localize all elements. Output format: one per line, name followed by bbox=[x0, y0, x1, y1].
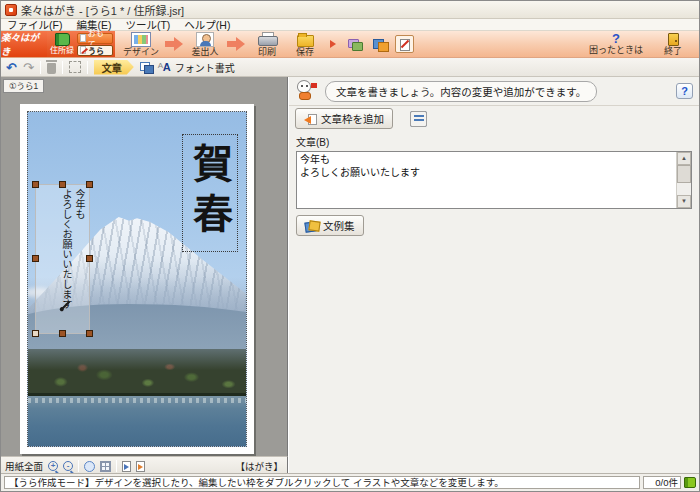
paper-type-label: 【はがき】 bbox=[235, 459, 283, 473]
text-edit-button[interactable] bbox=[395, 35, 414, 53]
textarea-scrollbar[interactable]: ▲ ▼ bbox=[676, 152, 691, 208]
save-button[interactable]: 保存 bbox=[289, 32, 321, 57]
toolbar-right-group: ? 困ったときは 終了 bbox=[589, 31, 699, 57]
zoom-in-icon[interactable]: + bbox=[48, 461, 58, 471]
scroll-up-icon[interactable]: ▲ bbox=[677, 152, 691, 165]
background-photo-frame[interactable]: 賀春 今年も よろしくお願いいたします bbox=[27, 111, 247, 447]
illustration-button[interactable] bbox=[370, 35, 389, 53]
sender-button[interactable]: 差出人 bbox=[189, 32, 221, 57]
expand-arrow-icon bbox=[330, 40, 336, 48]
mode-block: 住所録 おもて うら bbox=[47, 31, 115, 57]
address-book-button[interactable]: 住所録 bbox=[49, 33, 75, 55]
add-frame-icon bbox=[304, 113, 317, 125]
separator bbox=[116, 460, 117, 472]
design-variation-button[interactable] bbox=[345, 35, 364, 53]
writing-direction-toggle bbox=[410, 111, 427, 127]
separator bbox=[62, 61, 63, 74]
message-text-frame-selected[interactable]: 今年も よろしくお願いいたします bbox=[35, 184, 90, 334]
flow-arrow-icon bbox=[227, 39, 245, 49]
design-button[interactable]: デザイン bbox=[123, 32, 159, 57]
grid-icon[interactable] bbox=[100, 461, 111, 472]
menu-tools[interactable]: ツール(T) bbox=[125, 17, 170, 32]
resize-handle[interactable] bbox=[86, 181, 93, 188]
zoom-out-icon[interactable]: - bbox=[63, 461, 73, 471]
resize-handle[interactable] bbox=[86, 255, 93, 262]
panel-help-button[interactable]: ? bbox=[676, 83, 693, 99]
side-switch: おもて うら bbox=[77, 33, 113, 56]
add-text-frame-button[interactable]: 文章枠を追加 bbox=[295, 108, 393, 129]
trouble-help-label: 困ったときは bbox=[589, 46, 643, 55]
fit-page-button[interactable]: 用紙全面 bbox=[5, 459, 43, 473]
save-folder-icon bbox=[297, 35, 314, 47]
design-variation-icon bbox=[348, 39, 361, 50]
back-side-button[interactable]: うら bbox=[77, 45, 113, 56]
phrase-examples-button[interactable]: 文例集 bbox=[296, 215, 364, 236]
delete-icon[interactable] bbox=[47, 63, 56, 74]
resize-handle[interactable] bbox=[32, 255, 39, 262]
frame-order-icon[interactable] bbox=[140, 62, 152, 73]
examples-row: 文例集 bbox=[289, 209, 699, 242]
font-format-icon bbox=[158, 61, 172, 74]
menu-help[interactable]: ヘルプ(H) bbox=[184, 17, 230, 32]
text-mode-button[interactable]: 文章 bbox=[94, 60, 134, 75]
mascot-flag bbox=[311, 83, 317, 88]
exit-button[interactable]: 終了 bbox=[657, 33, 689, 56]
next-page-icon[interactable] bbox=[136, 461, 145, 472]
font-format-button[interactable]: フォント書式 bbox=[158, 60, 235, 75]
guidance-bubble: 文章を書きましょう。内容の変更や追加ができます。 bbox=[325, 81, 597, 102]
text-edit-panel: 文章を書きましょう。内容の変更や追加ができます。 ? 文章枠を追加 文章(B) … bbox=[288, 77, 699, 473]
resize-handle[interactable] bbox=[32, 330, 39, 337]
exit-door-icon bbox=[668, 33, 679, 46]
panel-header: 文章を書きましょう。内容の変更や追加ができます。 ? bbox=[289, 77, 699, 106]
flow-arrow-icon bbox=[165, 39, 183, 49]
back-side-label: うら bbox=[88, 45, 104, 56]
address-book-icon bbox=[55, 33, 70, 46]
horizontal-text-toggle[interactable] bbox=[410, 111, 427, 127]
mascot-body bbox=[299, 92, 311, 100]
status-message: 【うら作成モード】デザインを選択したり、編集したい枠をダブルクリックして イラス… bbox=[4, 476, 640, 489]
save-label: 保存 bbox=[296, 48, 314, 57]
mascot-icon bbox=[295, 79, 319, 103]
design-icon bbox=[131, 32, 151, 47]
text-field-label: 文章(B) bbox=[296, 134, 692, 149]
main-toolbar: 楽々はがき 住所録 おもて うら デザイン bbox=[1, 31, 699, 58]
text-field-wrap: 今年も よろしくお願いいたします ▲ ▼ bbox=[296, 151, 692, 209]
phrase-examples-label: 文例集 bbox=[323, 218, 355, 233]
horizontal-text-icon bbox=[414, 115, 424, 123]
status-bar: 【うら作成モード】デザインを選択したり、編集したい枠をダブルクリックして イラス… bbox=[1, 473, 699, 491]
question-icon: ? bbox=[612, 33, 620, 45]
resize-handle[interactable] bbox=[86, 330, 93, 337]
back-sheet-icon bbox=[80, 46, 86, 54]
printer-icon bbox=[258, 32, 276, 47]
message-text-input[interactable]: 今年も よろしくお願いいたします bbox=[297, 152, 676, 208]
forest-band bbox=[28, 349, 246, 396]
print-label: 印刷 bbox=[258, 48, 276, 57]
loupe-icon[interactable] bbox=[84, 461, 95, 472]
prev-page-icon[interactable] bbox=[122, 461, 131, 472]
illustration-icon bbox=[373, 39, 386, 50]
select-frame-icon[interactable] bbox=[69, 61, 81, 73]
postcard-canvas: ①うら1 賀春 今年も よろしくお願いいたします bbox=[1, 77, 288, 456]
print-button[interactable]: 印刷 bbox=[251, 32, 283, 57]
separator bbox=[40, 61, 41, 74]
scroll-down-icon[interactable]: ▼ bbox=[677, 195, 691, 208]
add-frame-label: 文章枠を追加 bbox=[321, 111, 384, 126]
canvas-tab-back1[interactable]: ①うら1 bbox=[3, 79, 44, 93]
front-side-button[interactable]: おもて bbox=[77, 33, 113, 44]
resize-handle[interactable] bbox=[32, 181, 39, 188]
undo-icon[interactable]: ↶ bbox=[6, 61, 17, 74]
greeting-text-frame[interactable]: 賀春 bbox=[182, 134, 238, 252]
window-title: 楽々はがき - [うら1 * / 住所録.jsr] bbox=[21, 2, 184, 18]
redo-icon[interactable]: ↷ bbox=[23, 61, 34, 74]
exit-label: 終了 bbox=[664, 47, 682, 56]
postcard-page[interactable]: 賀春 今年も よろしくお願いいたします bbox=[20, 104, 254, 454]
resize-handle[interactable] bbox=[59, 330, 66, 337]
scrollbar-thumb[interactable] bbox=[677, 165, 691, 183]
address-book-label: 住所録 bbox=[50, 46, 74, 55]
workflow-steps: デザイン 差出人 印刷 保存 bbox=[115, 31, 414, 57]
trouble-help-button[interactable]: ? 困ったときは bbox=[589, 33, 643, 55]
edit-toolbar: ↶ ↷ 文章 フォント書式 bbox=[1, 58, 699, 77]
mascot-eye bbox=[301, 85, 303, 87]
resize-handle[interactable] bbox=[59, 181, 66, 188]
greeting-text: 賀春 bbox=[190, 143, 230, 243]
